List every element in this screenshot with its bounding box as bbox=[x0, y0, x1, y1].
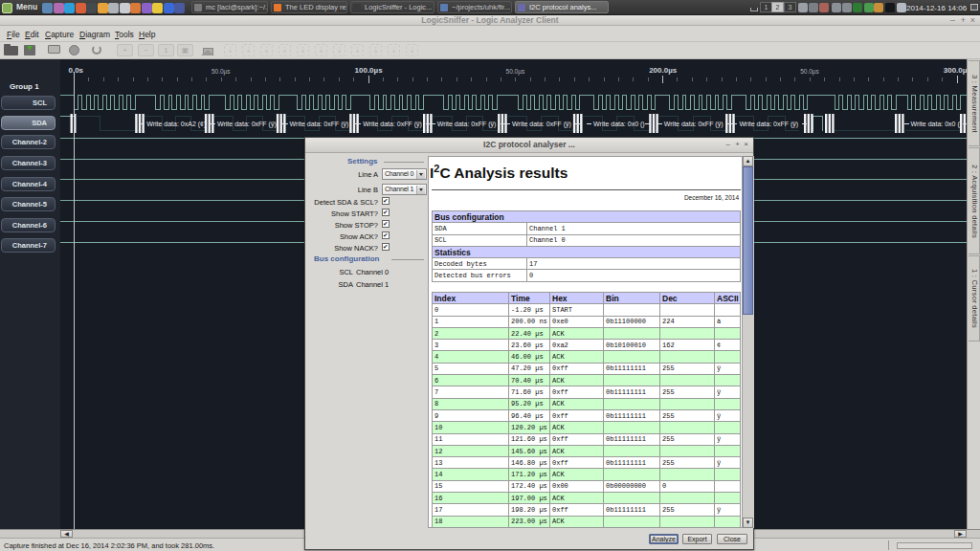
svg-text:Write data: 0xFF (ÿ): Write data: 0xFF (ÿ) bbox=[437, 121, 497, 128]
svg-text:200.0µs: 200.0µs bbox=[649, 66, 678, 75]
svg-text:Write data: 0xFF (ÿ): Write data: 0xFF (ÿ) bbox=[739, 121, 798, 128]
svg-text:50.0µs: 50.0µs bbox=[506, 68, 525, 76]
svg-text:50.0µs: 50.0µs bbox=[212, 68, 231, 76]
svg-text:300.0µs: 300.0µs bbox=[944, 66, 967, 75]
svg-text:Write data: 0xFF (ÿ): Write data: 0xFF (ÿ) bbox=[217, 121, 277, 128]
svg-text:Write data: 0xA2 (¢): Write data: 0xA2 (¢) bbox=[146, 121, 206, 128]
svg-text:Write data: 0xFF (ÿ): Write data: 0xFF (ÿ) bbox=[664, 121, 724, 128]
svg-text:Write data: 0xFF (ÿ): Write data: 0xFF (ÿ) bbox=[363, 121, 422, 128]
svg-text:Write data: 0x0 (): Write data: 0x0 () bbox=[593, 121, 645, 128]
svg-text:Write data: 0xFF (ÿ): Write data: 0xFF (ÿ) bbox=[512, 121, 571, 128]
svg-text:100.0µs: 100.0µs bbox=[355, 66, 384, 75]
svg-text:0.0s: 0.0s bbox=[69, 66, 84, 75]
svg-text:Write data: 0xFF (ÿ): Write data: 0xFF (ÿ) bbox=[290, 121, 349, 128]
svg-text:Write data: 0x0 (): Write data: 0x0 () bbox=[911, 121, 963, 128]
svg-text:50.0µs: 50.0µs bbox=[800, 68, 819, 76]
